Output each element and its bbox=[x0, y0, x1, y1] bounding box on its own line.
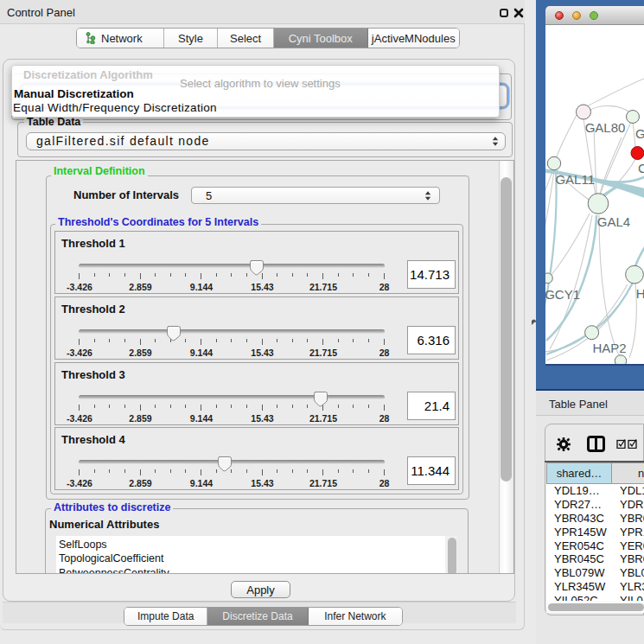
svg-text:GAL80: GAL80 bbox=[585, 120, 626, 135]
svg-text:HI: HI bbox=[636, 286, 644, 301]
svg-text:GA: GA bbox=[635, 126, 644, 141]
svg-text:C: C bbox=[638, 161, 644, 175]
svg-text:HAP2: HAP2 bbox=[592, 341, 626, 355]
svg-text:GAL11: GAL11 bbox=[555, 172, 595, 187]
svg-text:GCY1: GCY1 bbox=[545, 287, 580, 302]
svg-text:GAL4: GAL4 bbox=[597, 214, 630, 229]
